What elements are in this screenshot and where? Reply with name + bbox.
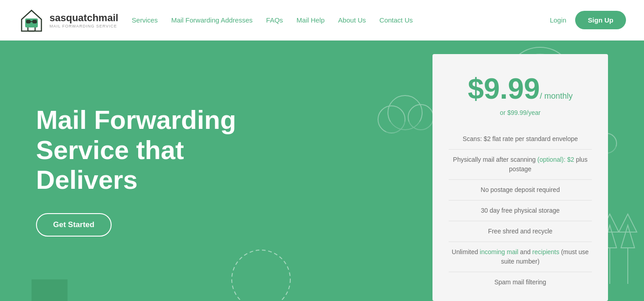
- nav-faqs[interactable]: FAQs: [266, 16, 283, 24]
- feature-postage: No postage deposit required: [449, 180, 592, 201]
- hero-left: Mail Forwarding Service that Delivers Ge…: [36, 105, 261, 237]
- feature-unlimited: Unlimited incoming mail and recipients (…: [449, 242, 592, 272]
- nav-mail-forwarding[interactable]: Mail Forwarding Addresses: [171, 16, 252, 24]
- pricing-features-list: Scans: $2 flat rate per standard envelop…: [449, 129, 592, 292]
- svg-rect-12: [386, 122, 438, 133]
- price-period: / monthly: [540, 91, 573, 100]
- feature-shred: Free shred and recycle: [449, 221, 592, 242]
- logo-link[interactable]: sasquatchmail MAIL FORWARDING SERVICE: [18, 7, 118, 34]
- nav-services[interactable]: Services: [132, 16, 158, 24]
- svg-marker-29: [619, 214, 637, 232]
- logo-icon: [18, 7, 45, 34]
- svg-rect-5: [32, 20, 37, 23]
- hero-title: Mail Forwarding Service that Delivers: [36, 105, 261, 195]
- price-annual: or $99.99/year: [449, 109, 592, 116]
- pricing-card: $9.99/ monthly or $99.99/year Scans: $2 …: [432, 54, 608, 301]
- signup-button[interactable]: Sign Up: [575, 11, 626, 29]
- main-nav: Services Mail Forwarding Addresses FAQs …: [132, 16, 550, 24]
- svg-rect-4: [26, 20, 31, 23]
- feature-scans: Scans: $2 flat rate per standard envelop…: [449, 129, 592, 150]
- nav-about-us[interactable]: About Us: [338, 16, 366, 24]
- svg-rect-34: [32, 279, 68, 301]
- feature-physical-mail: Physically mail after scanning (optional…: [449, 150, 592, 180]
- nav-contact-us[interactable]: Contact Us: [379, 16, 413, 24]
- get-started-button[interactable]: Get Started: [36, 213, 112, 237]
- login-link[interactable]: Login: [550, 16, 567, 24]
- price-amount: $9.99: [468, 73, 540, 105]
- feature-storage: 30 day free physical storage: [449, 201, 592, 221]
- header-actions: Login Sign Up: [550, 11, 626, 29]
- feature-spam: Spam mail filtering: [449, 272, 592, 292]
- logo-sub: MAIL FORWARDING SERVICE: [50, 24, 118, 28]
- svg-point-30: [232, 250, 290, 301]
- nav-mail-help[interactable]: Mail Help: [297, 16, 325, 24]
- hero-section: Mail Forwarding Service that Delivers Ge…: [0, 41, 644, 301]
- svg-marker-28: [621, 225, 635, 248]
- logo-brand: sasquatchmail: [50, 12, 118, 24]
- header: sasquatchmail MAIL FORWARDING SERVICE Se…: [0, 0, 644, 41]
- price-main: $9.99/ monthly: [449, 72, 592, 105]
